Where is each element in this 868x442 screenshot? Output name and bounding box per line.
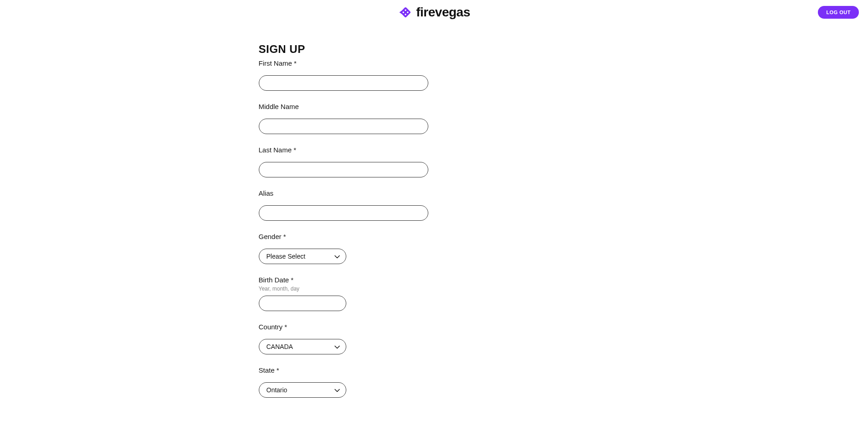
signup-form-container: SIGN UP First Name * Middle Name Last Na… bbox=[259, 25, 610, 428]
alias-group: Alias bbox=[259, 189, 610, 221]
alias-label: Alias bbox=[259, 189, 610, 197]
first-name-input[interactable] bbox=[259, 75, 428, 91]
birth-date-help: Year, month, day bbox=[259, 286, 610, 292]
svg-rect-0 bbox=[400, 7, 411, 18]
page-title: SIGN UP bbox=[259, 43, 610, 56]
brand-logo-icon bbox=[398, 5, 413, 20]
last-name-label: Last Name * bbox=[259, 146, 610, 154]
country-select-wrapper: CANADA bbox=[259, 339, 346, 354]
middle-name-input[interactable] bbox=[259, 119, 428, 134]
state-label: State * bbox=[259, 366, 610, 374]
country-label: Country * bbox=[259, 323, 610, 331]
birth-date-group: Birth Date * Year, month, day bbox=[259, 276, 610, 311]
state-select-wrapper: Ontario bbox=[259, 382, 346, 398]
last-name-group: Last Name * bbox=[259, 146, 610, 177]
country-select[interactable]: CANADA bbox=[259, 339, 346, 354]
country-group: Country * CANADA bbox=[259, 323, 610, 354]
middle-name-group: Middle Name bbox=[259, 103, 610, 134]
alias-input[interactable] bbox=[259, 205, 428, 221]
header: firevegas LOG OUT bbox=[0, 0, 868, 25]
first-name-group: First Name * bbox=[259, 59, 610, 91]
birth-date-input[interactable] bbox=[259, 296, 346, 311]
birth-date-label: Birth Date * bbox=[259, 276, 610, 284]
state-group: State * Ontario bbox=[259, 366, 610, 398]
last-name-input[interactable] bbox=[259, 162, 428, 177]
state-select[interactable]: Ontario bbox=[259, 382, 346, 398]
gender-group: Gender * Please Select bbox=[259, 233, 610, 264]
gender-select[interactable]: Please Select bbox=[259, 249, 346, 264]
gender-label: Gender * bbox=[259, 233, 610, 240]
middle-name-label: Middle Name bbox=[259, 103, 610, 110]
brand-logo[interactable]: firevegas bbox=[398, 5, 470, 20]
brand-name: firevegas bbox=[416, 5, 470, 20]
first-name-label: First Name * bbox=[259, 59, 610, 67]
gender-select-wrapper: Please Select bbox=[259, 249, 346, 264]
logout-button[interactable]: LOG OUT bbox=[818, 6, 859, 19]
